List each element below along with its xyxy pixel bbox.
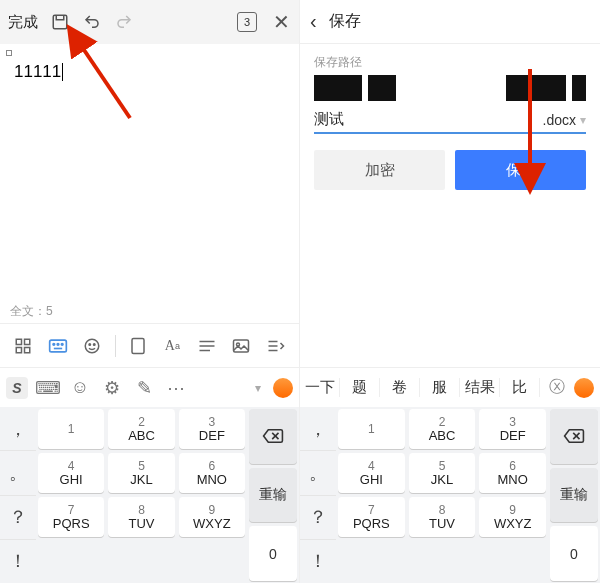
key-backspace[interactable]	[249, 409, 297, 464]
key-5[interactable]: 5JKL	[409, 453, 476, 493]
svg-point-13	[94, 343, 96, 345]
apps-icon[interactable]	[11, 334, 35, 358]
sym-exclaim[interactable]: ！	[0, 540, 36, 583]
svg-point-12	[89, 343, 91, 345]
filename-row: .docx ▾	[314, 111, 586, 134]
ime-mascot-icon[interactable]	[273, 378, 293, 398]
image-icon[interactable]	[229, 334, 253, 358]
key-4[interactable]: 4GHI	[38, 453, 104, 493]
chevron-down-icon[interactable]: ▾	[255, 381, 261, 395]
path-preview[interactable]	[314, 75, 586, 101]
prediction-item[interactable]: 题	[340, 378, 380, 397]
sym-question[interactable]: ？	[300, 496, 336, 540]
more-icon[interactable]	[264, 334, 288, 358]
font-icon[interactable]: Aa	[160, 334, 184, 358]
key-retype[interactable]: 重输	[550, 468, 598, 523]
svg-rect-5	[25, 347, 30, 352]
close-icon[interactable]: ✕	[271, 12, 291, 32]
sym-question[interactable]: ？	[0, 496, 36, 540]
keypad-symbol-column: ， 。 ？ ！	[300, 407, 336, 583]
svg-rect-4	[16, 347, 21, 352]
ime-logo-icon[interactable]: S	[6, 377, 28, 399]
key-1[interactable]: 1	[338, 409, 405, 449]
svg-rect-3	[25, 339, 30, 344]
prediction-item[interactable]: 卷	[380, 378, 420, 397]
ime-mascot-icon[interactable]	[574, 378, 594, 398]
key-8[interactable]: 8TUV	[108, 497, 174, 537]
svg-rect-0	[53, 15, 67, 29]
paragraph-icon[interactable]	[195, 334, 219, 358]
ime-emoji-icon[interactable]: ☺	[68, 376, 92, 400]
save-button[interactable]: 保存	[455, 150, 586, 190]
key-3[interactable]: 3DEF	[479, 409, 546, 449]
editor-toolbar: 完成 3 ✕	[0, 0, 299, 44]
extension-dropdown-icon[interactable]: ▾	[580, 113, 586, 127]
editor-area[interactable]: 11111	[0, 44, 299, 299]
key-0[interactable]: 0	[249, 526, 297, 581]
key-6[interactable]: 6MNO	[479, 453, 546, 493]
prediction-row: 一下 题 卷 服 结果 比 ⓧ	[300, 367, 600, 407]
svg-rect-14	[132, 338, 144, 353]
format-toolbar: Aa	[0, 323, 299, 367]
svg-rect-2	[16, 339, 21, 344]
keypad: ， 。 ？ ！ 1 2ABC 3DEF 4GHI 5JKL 6MNO 7PQRS…	[0, 407, 299, 583]
page-indicator[interactable]: 3	[237, 12, 257, 32]
key-9[interactable]: 9WXYZ	[179, 497, 245, 537]
redo-icon[interactable]	[114, 12, 134, 32]
document-text: 11111	[14, 62, 61, 82]
keypad: ， 。 ？ ！ 1 2ABC 3DEF 4GHI 5JKL 6MNO 7PQRS…	[300, 407, 600, 583]
sym-period[interactable]: 。	[0, 451, 36, 495]
prediction-item[interactable]: 比	[500, 378, 540, 397]
encrypt-button[interactable]: 加密	[314, 150, 445, 190]
sym-comma[interactable]: ，	[300, 407, 336, 451]
ime-keyboard-icon[interactable]: ⌨	[36, 376, 60, 400]
key-retype[interactable]: 重输	[249, 468, 297, 523]
prediction-close-icon[interactable]: ⓧ	[540, 377, 574, 398]
key-4[interactable]: 4GHI	[338, 453, 405, 493]
ime-handwrite-icon[interactable]: ✎	[132, 376, 156, 400]
svg-rect-18	[234, 340, 249, 352]
ime-more-icon[interactable]: ⋯	[164, 376, 188, 400]
keyboard-icon[interactable]	[46, 334, 70, 358]
extension-label: .docx	[543, 112, 576, 128]
key-5[interactable]: 5JKL	[108, 453, 174, 493]
prediction-item[interactable]: 结果	[460, 378, 500, 397]
save-header: ‹ 保存	[300, 0, 600, 44]
key-7[interactable]: 7PQRS	[38, 497, 104, 537]
prediction-item[interactable]: 一下	[300, 378, 340, 397]
key-3[interactable]: 3DEF	[179, 409, 245, 449]
save-pane: ‹ 保存 保存路径 .docx ▾ 加密 保存 一下 题 卷 服 结果 比 ⓧ	[300, 0, 600, 583]
text-cursor-icon	[62, 63, 63, 81]
undo-icon[interactable]	[82, 12, 102, 32]
ime-settings-icon[interactable]: ⚙	[100, 376, 124, 400]
divider	[115, 335, 116, 357]
key-1[interactable]: 1	[38, 409, 104, 449]
back-icon[interactable]: ‹	[310, 10, 317, 33]
key-0[interactable]: 0	[550, 526, 598, 581]
done-button[interactable]: 完成	[8, 13, 38, 32]
save-icon[interactable]	[50, 12, 70, 32]
svg-point-11	[85, 339, 99, 353]
ruler-mark-icon	[6, 50, 12, 56]
word-count-label: 全文：5	[0, 299, 299, 323]
key-2[interactable]: 2ABC	[108, 409, 174, 449]
svg-point-9	[61, 343, 63, 345]
key-6[interactable]: 6MNO	[179, 453, 245, 493]
voice-icon[interactable]	[80, 334, 104, 358]
prediction-item[interactable]: 服	[420, 378, 460, 397]
ime-toolbar: S ⌨ ☺ ⚙ ✎ ⋯ ▾	[0, 367, 299, 407]
sym-comma[interactable]: ，	[0, 407, 36, 451]
filename-input[interactable]	[314, 111, 539, 128]
page-icon[interactable]	[126, 334, 150, 358]
key-8[interactable]: 8TUV	[409, 497, 476, 537]
editor-pane: 完成 3 ✕ 11111 全文：5	[0, 0, 300, 583]
sym-exclaim[interactable]: ！	[300, 540, 336, 583]
key-9[interactable]: 9WXYZ	[479, 497, 546, 537]
keypad-symbol-column: ， 。 ？ ！	[0, 407, 36, 583]
svg-point-8	[57, 343, 59, 345]
save-path-label: 保存路径	[314, 54, 586, 71]
key-backspace[interactable]	[550, 409, 598, 464]
sym-period[interactable]: 。	[300, 451, 336, 495]
key-2[interactable]: 2ABC	[409, 409, 476, 449]
key-7[interactable]: 7PQRS	[338, 497, 405, 537]
